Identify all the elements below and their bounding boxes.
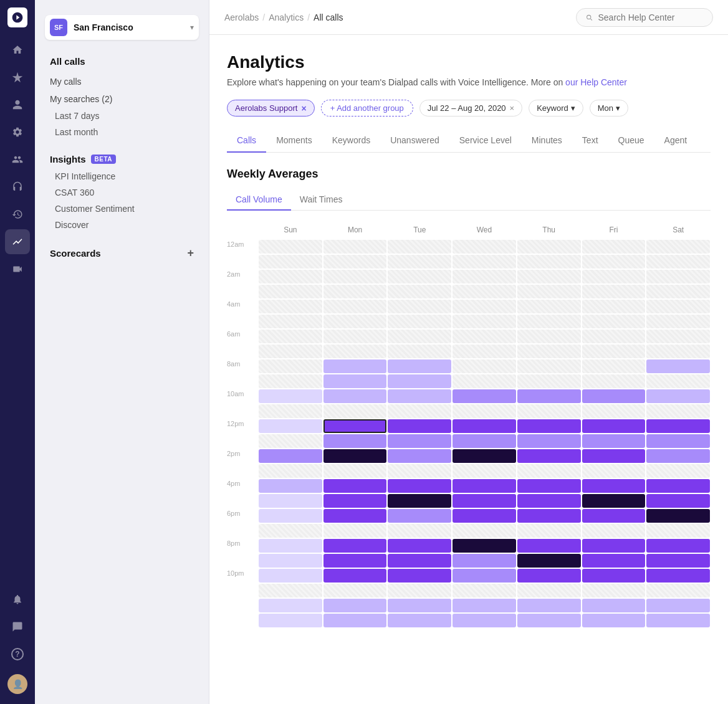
heatmap-cell-2-5: [582, 270, 646, 283]
tab-moments[interactable]: Moments: [266, 129, 322, 153]
sparkle-icon[interactable]: [5, 65, 30, 90]
bell-icon[interactable]: [5, 587, 30, 612]
weekly-averages-title: Weekly Averages: [227, 168, 711, 181]
group-chip-close[interactable]: ×: [301, 104, 306, 113]
search-bar[interactable]: [576, 8, 713, 27]
heatmap-cell-19-4: [517, 524, 581, 538]
heatmap-time-3: [227, 284, 258, 299]
heatmap-cell-23-5: [582, 584, 646, 597]
heatmap-cell-16-4: [517, 479, 581, 493]
content-area: Analytics Explore what's happening on yo…: [209, 35, 728, 704]
heatmap-cell-12-3: [453, 419, 516, 433]
search-input[interactable]: [598, 12, 704, 22]
tab-text[interactable]: Text: [572, 129, 608, 153]
heatmap-cell-14-6: [646, 449, 710, 463]
sidebar-item-my-calls[interactable]: My calls: [45, 73, 199, 90]
heatmap-cell-11-6: [646, 404, 710, 418]
heatmap-cell-11-1: [323, 404, 387, 418]
mon-button[interactable]: Mon ▾: [590, 100, 628, 117]
add-group-button[interactable]: + Add another group: [321, 100, 413, 117]
keyword-button[interactable]: Keyword ▾: [529, 100, 583, 117]
heatmap-cell-4-0: [259, 300, 322, 313]
page-title: Analytics: [227, 52, 711, 72]
heatmap-cell-15-6: [646, 464, 710, 478]
tab-service-level[interactable]: Service Level: [449, 129, 522, 153]
sub-tabs-row: Call Volume Wait Times: [227, 189, 711, 211]
heatmap-cell-6-5: [582, 330, 646, 343]
heatmap-cell-19-1: [323, 524, 387, 538]
scorecards-add-icon[interactable]: +: [187, 247, 194, 260]
heatmap-time-18: 6pm: [227, 508, 258, 523]
heatmap-cell-15-5: [582, 464, 646, 478]
sub-tab-call-volume[interactable]: Call Volume: [227, 189, 291, 211]
team-icon[interactable]: [5, 147, 30, 172]
heatmap-cell-21-5: [582, 554, 646, 568]
heatmap-cell-10-6: [646, 389, 710, 403]
breadcrumb-aerolabs[interactable]: Aerolabs: [224, 12, 259, 22]
heatmap-day-header-sun: Sun: [258, 223, 323, 239]
gear-icon[interactable]: [5, 120, 30, 145]
tab-queue[interactable]: Queue: [608, 129, 654, 153]
heatmap-cell-0-4: [517, 240, 581, 254]
date-range-label: Jul 22 – Aug 20, 2020: [428, 103, 506, 113]
home-icon[interactable]: [5, 37, 30, 62]
heatmap-cell-15-3: [453, 464, 516, 478]
analytics-icon[interactable]: [5, 229, 30, 254]
tab-keywords[interactable]: Keywords: [322, 129, 380, 153]
heatmap-day-header-sat: Sat: [646, 223, 711, 239]
workspace-selector[interactable]: SF San Francisco ▾: [45, 15, 199, 40]
heatmap-cell-7-0: [259, 345, 322, 358]
heatmap-cell-4-5: [582, 300, 646, 313]
scorecards-section-header[interactable]: Scorecards +: [45, 243, 199, 264]
group-chip: Aerolabs Support ×: [227, 100, 315, 117]
heatmap-cell-0-2: [388, 240, 451, 254]
user-avatar[interactable]: 👤: [5, 672, 30, 697]
breadcrumb-current: All calls: [314, 12, 343, 22]
sidebar-item-my-searches[interactable]: My searches (2): [45, 90, 199, 108]
insights-label: Insights: [50, 154, 86, 164]
tab-calls[interactable]: Calls: [227, 129, 266, 153]
heatmap-cell-17-6: [646, 494, 710, 508]
sidebar-item-kpi[interactable]: KPI Intelligence: [45, 168, 199, 184]
sub-tab-wait-times[interactable]: Wait Times: [291, 189, 352, 211]
history-icon[interactable]: [5, 202, 30, 227]
tab-unanswered[interactable]: Unanswered: [380, 129, 449, 153]
heatmap-cell-19-0: [259, 524, 322, 538]
tab-minutes[interactable]: Minutes: [522, 129, 572, 153]
heatmap-cell-6-3: [453, 330, 516, 343]
heatmap-cell-10-0: [259, 389, 322, 403]
headset-icon[interactable]: [5, 174, 30, 199]
sidebar-item-last-month[interactable]: Last month: [45, 124, 199, 140]
help-icon[interactable]: ?: [5, 642, 30, 667]
heatmap-time-16: 4pm: [227, 478, 258, 493]
heatmap-cell-0-1: [323, 240, 387, 254]
mon-dropdown-icon: ▾: [616, 103, 620, 113]
heatmap-cell-18-2: [388, 509, 451, 523]
insights-section-header: Insights BETA: [45, 150, 199, 168]
video-icon[interactable]: [5, 257, 30, 282]
heatmap-cell-18-3: [453, 509, 516, 523]
heatmap-cell-18-6: [646, 509, 710, 523]
heatmap-cell-1-0: [259, 255, 322, 269]
sidebar-item-discover[interactable]: Discover: [45, 217, 199, 233]
person-icon[interactable]: [5, 92, 30, 117]
date-chip-close[interactable]: ×: [510, 103, 515, 113]
heatmap-cell-10-5: [582, 389, 646, 403]
sidebar-item-last7days[interactable]: Last 7 days: [45, 108, 199, 124]
help-link[interactable]: our Help Center: [565, 77, 627, 87]
tab-agent[interactable]: Agent: [654, 129, 697, 153]
breadcrumb-sep1: /: [262, 12, 265, 22]
heatmap-cell-21-6: [646, 554, 710, 568]
heatmap-cell-17-2: [388, 494, 451, 508]
breadcrumb-analytics[interactable]: Analytics: [269, 12, 304, 22]
sidebar-item-csat[interactable]: CSAT 360: [45, 184, 199, 201]
heatmap-cell-25-2: [388, 614, 451, 627]
sidebar-item-sentiment[interactable]: Customer Sentiment: [45, 201, 199, 217]
heatmap-cell-8-1: [323, 359, 387, 373]
heatmap-cell-25-5: [582, 614, 646, 627]
heatmap-cell-9-3: [453, 374, 516, 388]
heatmap-cell-8-3: [453, 359, 516, 373]
heatmap-cell-20-3: [453, 539, 516, 553]
heatmap-time-11: [227, 404, 258, 419]
chat-icon[interactable]: [5, 614, 30, 639]
